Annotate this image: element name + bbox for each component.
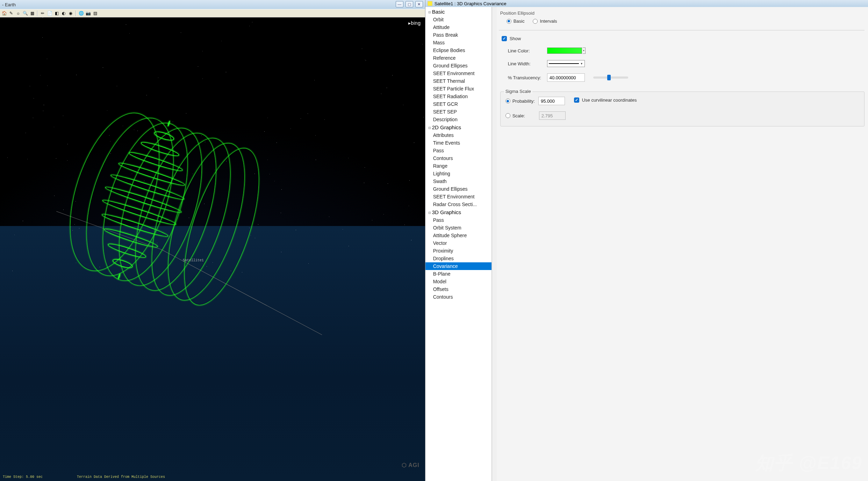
- tree-item[interactable]: Contours: [425, 154, 492, 162]
- curvilinear-checkbox[interactable]: ✓ Use curvilinear coordinates: [574, 97, 637, 103]
- tree-item[interactable]: Reference: [425, 54, 492, 62]
- line-color-label: Line Color:: [508, 48, 543, 53]
- tree-item[interactable]: Ground Ellipses: [425, 62, 492, 70]
- tree-item[interactable]: Attributes: [425, 131, 492, 139]
- tree-item[interactable]: Eclipse Bodies: [425, 46, 492, 54]
- toolbar-icon-11[interactable]: 📷: [85, 10, 91, 16]
- properties-window: Satellite1 : 3D Graphics Covariance Basi…: [425, 0, 868, 481]
- tree-item[interactable]: Attitude: [425, 23, 492, 31]
- tree-item[interactable]: Radar Cross Secti...: [425, 201, 492, 208]
- tree-item[interactable]: SEET SEP: [425, 108, 492, 116]
- line-width-select[interactable]: ▼: [547, 60, 585, 67]
- left-window-title: - Earth: [2, 2, 16, 7]
- line-color-swatch[interactable]: [547, 48, 582, 54]
- scale-input: [539, 111, 566, 120]
- position-ellipsoid-label: Position Ellipsoid: [500, 10, 865, 16]
- 3d-viewport[interactable]: Satellite1 ▸bing ⬡AGI Time Step: 5.00 se…: [0, 17, 425, 481]
- radio-intervals[interactable]: Intervals: [533, 19, 557, 24]
- maximize-button[interactable]: ▢: [406, 1, 413, 7]
- translucency-slider[interactable]: [593, 76, 628, 79]
- tree-item[interactable]: Proximity: [425, 247, 492, 255]
- close-button[interactable]: ✕: [415, 1, 423, 7]
- tree-category[interactable]: 2D Graphics: [425, 123, 492, 131]
- satellite-icon: [428, 1, 432, 6]
- radio-dot-icon: [505, 99, 510, 103]
- toolbar-icon-10[interactable]: 🌐: [78, 10, 84, 16]
- tree-item[interactable]: Orbit: [425, 16, 492, 23]
- radio-dot-icon: [507, 19, 511, 24]
- toolbar-icon-9[interactable]: ◉: [68, 10, 73, 16]
- show-checkbox[interactable]: ✓ Show: [502, 36, 865, 41]
- tree-item[interactable]: Description: [425, 116, 492, 123]
- status-time-step: Time Step: 5.00 sec: [3, 475, 43, 479]
- radio-scale[interactable]: Scale:: [505, 113, 536, 118]
- toolbar-icon-1[interactable]: ✎: [8, 10, 14, 16]
- minimize-button[interactable]: —: [396, 1, 403, 7]
- radio-dot-icon: [505, 113, 510, 118]
- line-width-label: Line Width:: [508, 61, 543, 66]
- tree-item[interactable]: Mass: [425, 39, 492, 46]
- tree-category[interactable]: 3D Graphics: [425, 208, 492, 216]
- category-tree[interactable]: BasicOrbitAttitudePass BreakMassEclipse …: [425, 7, 492, 481]
- toolbar-icon-5[interactable]: ✏: [40, 10, 45, 16]
- tree-item[interactable]: Pass Break: [425, 31, 492, 39]
- toolbar-icon-6[interactable]: 📄: [47, 10, 52, 16]
- tree-item[interactable]: Vector: [425, 239, 492, 247]
- left-titlebar: - Earth — ▢ ✕: [0, 0, 425, 9]
- agi-logo: ⬡AGI: [402, 462, 419, 468]
- toolbar-icon-3[interactable]: 🔍: [22, 10, 28, 16]
- slider-thumb[interactable]: [607, 75, 611, 80]
- status-terrain: Terrain Data Derived from Multiple Sourc…: [77, 475, 165, 479]
- bing-attribution: ▸bing: [408, 20, 421, 26]
- viewport-toolbar: 🏠 ✎ ☼ 🔍 ▦ ✏ 📄 ◧ ◐ ◉ 🌐 📷 ▤: [0, 9, 425, 17]
- tree-item[interactable]: Range: [425, 162, 492, 170]
- toolbar-icon-0[interactable]: 🏠: [1, 10, 7, 16]
- tree-item[interactable]: Lighting: [425, 170, 492, 177]
- line-color-dropdown[interactable]: ▾: [583, 48, 586, 54]
- toolbar-icon-7[interactable]: ◧: [54, 10, 59, 16]
- translucency-input[interactable]: [547, 73, 585, 82]
- translucency-label: % Translucency:: [508, 75, 543, 80]
- probability-input[interactable]: [538, 97, 565, 105]
- properties-form: Position Ellipsoid Basic Intervals ✓ Sho…: [497, 7, 868, 481]
- tree-item[interactable]: SEET Thermal: [425, 77, 492, 85]
- check-icon: ✓: [502, 36, 507, 41]
- tree-item[interactable]: Time Events: [425, 139, 492, 147]
- tree-category[interactable]: Basic: [425, 8, 492, 16]
- toolbar-icon-12[interactable]: ▤: [92, 10, 98, 16]
- tree-item[interactable]: B-Plane: [425, 270, 492, 278]
- radio-basic[interactable]: Basic: [507, 19, 525, 24]
- tree-item[interactable]: Orbit System: [425, 224, 492, 232]
- tree-item[interactable]: Pass: [425, 147, 492, 154]
- tree-item[interactable]: SEET Particle Flux: [425, 85, 492, 93]
- radio-probability[interactable]: Probability:: [505, 99, 535, 104]
- tree-item[interactable]: Covariance: [425, 262, 492, 270]
- check-icon: ✓: [574, 97, 579, 103]
- satellite-label: Satellite1: [183, 258, 204, 262]
- tree-item[interactable]: Swath: [425, 177, 492, 185]
- toolbar-icon-2[interactable]: ☼: [15, 10, 21, 16]
- tree-item[interactable]: Model: [425, 278, 492, 285]
- chevron-down-icon: ▼: [580, 62, 583, 65]
- tree-item[interactable]: SEET Environment: [425, 193, 492, 201]
- tree-item[interactable]: SEET Environment: [425, 70, 492, 77]
- tree-item[interactable]: Contours: [425, 293, 492, 301]
- right-window-title: Satellite1 : 3D Graphics Covariance: [435, 1, 507, 6]
- radio-dot-icon: [533, 19, 538, 24]
- tree-item[interactable]: Ground Ellipses: [425, 185, 492, 193]
- earth-3d-window: - Earth — ▢ ✕ 🏠 ✎ ☼ 🔍 ▦ ✏ 📄 ◧ ◐ ◉ 🌐 📷 ▤: [0, 0, 425, 481]
- tree-item[interactable]: Offsets: [425, 285, 492, 293]
- tree-item[interactable]: SEET Radiation: [425, 93, 492, 100]
- toolbar-icon-8[interactable]: ◐: [61, 10, 66, 16]
- toolbar-icon-4[interactable]: ▦: [29, 10, 35, 16]
- tree-scrollbar[interactable]: [492, 7, 497, 481]
- tree-item[interactable]: Droplines: [425, 255, 492, 262]
- tree-item[interactable]: Attitude Sphere: [425, 232, 492, 239]
- tree-item[interactable]: SEET GCR: [425, 100, 492, 108]
- right-titlebar: Satellite1 : 3D Graphics Covariance: [425, 0, 868, 7]
- sigma-scale-label: Sigma Scale: [504, 89, 532, 94]
- tree-item[interactable]: Pass: [425, 216, 492, 224]
